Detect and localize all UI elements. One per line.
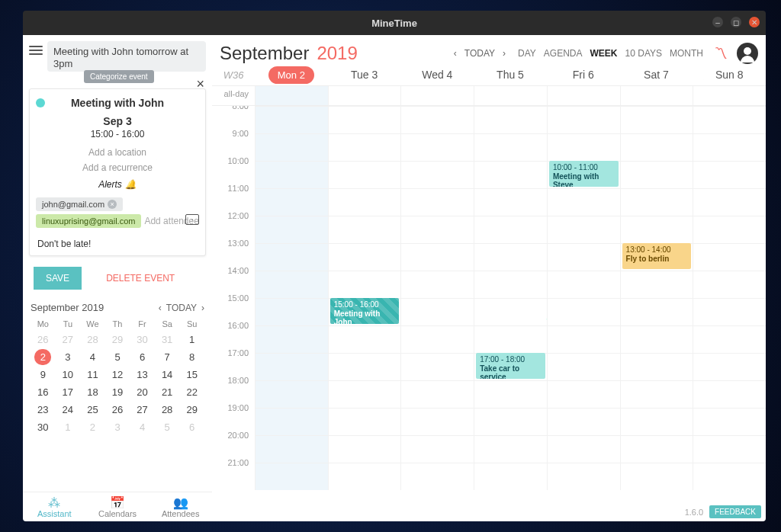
mini-cal-day[interactable]: 2 [34,349,51,365]
mini-cal-day[interactable]: 16 [31,384,56,400]
event-time[interactable]: 15:00 - 16:00 [36,129,199,139]
quick-add-input[interactable] [47,41,206,72]
day-column[interactable] [693,106,766,490]
day-column[interactable] [400,106,474,490]
mini-cal-day[interactable]: 8 [179,349,204,365]
insights-icon[interactable]: 〽 [714,46,728,62]
day-header-fri[interactable]: Fri 6 [547,69,620,81]
mini-cal-day[interactable]: 25 [80,402,105,418]
mode-day[interactable]: DAY [518,48,536,59]
mode-10days[interactable]: 10 DAYS [625,48,662,59]
allday-cell[interactable] [620,86,693,105]
account-avatar[interactable] [737,43,758,64]
mini-cal-day[interactable]: 5 [155,419,180,435]
today-button[interactable]: TODAY [464,48,495,59]
day-header-mon[interactable]: Mon 2 [255,69,328,81]
mini-cal-day[interactable]: 13 [130,367,155,383]
save-button[interactable]: SAVE [34,267,82,290]
window-minimize-button[interactable]: – [712,17,723,27]
mini-cal-day[interactable]: 26 [31,332,56,348]
mini-cal-day[interactable]: 28 [80,332,105,348]
day-column[interactable]: 13:00 - 14:00Fly to berlin [620,106,693,490]
menu-icon[interactable] [29,46,43,55]
mini-cal-day[interactable]: 28 [155,402,180,418]
alerts-link[interactable]: Alerts 🔔 [36,179,199,190]
mode-week[interactable]: WEEK [590,48,618,59]
window-close-button[interactable]: ✕ [749,17,760,27]
mini-cal-day[interactable]: 3 [105,419,130,435]
mini-cal-day[interactable]: 5 [105,349,130,365]
mode-agenda[interactable]: AGENDA [544,48,583,59]
day-column[interactable] [255,106,328,490]
mini-cal-day[interactable]: 24 [56,402,81,418]
day-column[interactable]: 17:00 - 18:00Take car to service [474,106,547,490]
mini-cal-day[interactable]: 4 [130,419,155,435]
mini-cal-day[interactable]: 12 [105,367,130,383]
tab-assistant[interactable]: ⁂Assistant [23,492,86,521]
mini-cal-day[interactable]: 7 [155,349,180,365]
mini-cal-day[interactable]: 30 [31,419,56,435]
mini-cal-day[interactable]: 17 [56,384,81,400]
mini-cal-day[interactable]: 30 [130,332,155,348]
allday-cell[interactable] [474,86,547,105]
mini-cal-day[interactable]: 1 [179,332,204,348]
allday-cell[interactable] [547,86,620,105]
mini-cal-day[interactable]: 11 [80,367,105,383]
calendar-event[interactable]: 10:00 - 11:00Meeting with Steve [549,161,619,187]
allday-cell[interactable] [255,86,328,105]
tab-calendars[interactable]: 📅Calendars [86,492,149,521]
day-header-tue[interactable]: Tue 3 [328,69,401,81]
calendar-event[interactable]: 13:00 - 14:00Fly to berlin [622,243,692,269]
mini-cal-day[interactable]: 1 [56,419,81,435]
mini-cal-day[interactable]: 31 [155,332,180,348]
add-location-link[interactable]: Add a location [36,147,199,158]
mini-cal-day[interactable]: 18 [80,384,105,400]
day-header-sun[interactable]: Sun 8 [693,69,766,81]
day-column[interactable]: 10:00 - 11:00Meeting with Steve [547,106,620,490]
mini-cal-day[interactable]: 3 [56,349,81,365]
next-week-button[interactable]: › [503,48,506,59]
mini-cal-day[interactable]: 21 [155,384,180,400]
mini-cal-day[interactable]: 4 [80,349,105,365]
calendar-event[interactable]: 15:00 - 16:00Meeting with John [330,298,400,324]
mini-cal-day[interactable]: 27 [130,402,155,418]
calendar-color-dot[interactable] [36,98,45,107]
mini-cal-day[interactable]: 23 [31,402,56,418]
calendar-event[interactable]: 17:00 - 18:00Take car to service [476,353,545,379]
allday-cell[interactable] [328,86,401,105]
mini-cal-day[interactable]: 19 [105,384,130,400]
mini-cal-day[interactable]: 15 [179,367,204,383]
prev-week-button[interactable]: ‹ [454,48,457,59]
mini-cal-day[interactable]: 2 [80,419,105,435]
tab-attendees[interactable]: 👥Attendees [149,492,212,521]
mini-cal-day[interactable]: 6 [130,349,155,365]
event-title[interactable]: Meeting with John [36,97,199,109]
mini-cal-day[interactable]: 29 [105,332,130,348]
mini-cal-day[interactable]: 22 [179,384,204,400]
attendee-chip-self[interactable]: linuxuprising@gmail.com [36,214,141,228]
mini-cal-next[interactable]: › [201,303,204,313]
day-header-sat[interactable]: Sat 7 [620,69,693,81]
allday-cell[interactable] [693,86,766,105]
close-panel-button[interactable]: × [196,76,204,92]
mini-cal-day[interactable]: 29 [179,402,204,418]
mini-cal-day[interactable]: 6 [179,419,204,435]
mode-month[interactable]: MONTH [670,48,703,59]
mini-cal-prev[interactable]: ‹ [159,303,162,313]
event-description[interactable]: Don't be late! [36,239,199,249]
window-maximize-button[interactable]: ◻ [731,17,741,27]
event-date[interactable]: Sep 3 [36,115,199,127]
mini-cal-day[interactable]: 20 [130,384,155,400]
mini-cal-today[interactable]: TODAY [166,303,197,313]
remove-attendee-icon[interactable]: × [108,200,117,209]
feedback-button[interactable]: FEEDBACK [709,505,761,518]
day-header-thu[interactable]: Thu 5 [474,69,547,81]
day-column[interactable]: 15:00 - 16:00Meeting with John [328,106,401,490]
add-recurrence-link[interactable]: Add a recurrence [36,162,199,173]
mini-cal-day[interactable]: 26 [105,402,130,418]
mini-cal-day[interactable]: 14 [155,367,180,383]
mail-icon[interactable] [185,214,199,225]
day-header-wed[interactable]: Wed 4 [400,69,474,81]
allday-cell[interactable] [400,86,474,105]
mini-cal-day[interactable]: 27 [56,332,81,348]
